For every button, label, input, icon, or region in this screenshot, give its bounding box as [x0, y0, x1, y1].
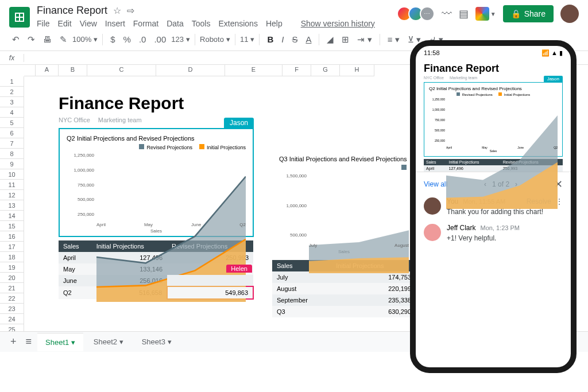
- paint-format-icon[interactable]: ✎: [57, 32, 70, 47]
- comment-author: Jeff Clark: [447, 224, 475, 232]
- doc-title[interactable]: Finance Report: [37, 5, 107, 17]
- currency-icon[interactable]: $: [107, 32, 118, 46]
- font-size-dropdown[interactable]: 11 ▾: [240, 35, 254, 44]
- number-format-dropdown[interactable]: 123 ▾: [171, 35, 190, 44]
- app-header: Finance Report ☆ ⇨ File Edit View Insert…: [0, 0, 588, 28]
- row-headers: 1234567891011121314151617181920212223242…: [0, 76, 24, 352]
- doc-info: Finance Report ☆ ⇨ File Edit View Insert…: [37, 5, 393, 28]
- share-label: Share: [524, 9, 546, 18]
- header-right: ⋯ 〰 ▤ ▼ 🔒 Share: [400, 5, 579, 23]
- undo-icon[interactable]: ↶: [9, 32, 22, 47]
- fill-color-icon[interactable]: ◢: [324, 32, 336, 47]
- comments-icon[interactable]: ▤: [459, 7, 469, 20]
- meet-icon[interactable]: [475, 7, 489, 21]
- q3-chart[interactable]: Q3 Initial Projections and Revised Proje…: [272, 150, 416, 257]
- comment-avatar: [424, 197, 441, 215]
- menu-bar: File Edit View Insert Format Data Tools …: [37, 19, 393, 28]
- q3-plot-icon: [309, 173, 409, 273]
- all-sheets-icon[interactable]: ≡: [22, 333, 36, 350]
- menu-insert[interactable]: Insert: [105, 19, 125, 28]
- share-button[interactable]: 🔒 Share: [503, 5, 554, 22]
- lock-icon: 🔒: [511, 9, 521, 18]
- fx-label: fx: [0, 54, 24, 62]
- meet-dropdown-icon[interactable]: ▼: [490, 11, 496, 17]
- increase-decimal-icon[interactable]: .00: [151, 32, 169, 46]
- profile-avatar[interactable]: [560, 5, 579, 23]
- zoom-dropdown[interactable]: 100% ▾: [72, 35, 98, 44]
- star-icon[interactable]: ☆: [113, 5, 121, 16]
- collaborator-avatars[interactable]: ⋯: [400, 6, 435, 21]
- phone-jason-tag: Jason: [544, 76, 563, 82]
- print-icon[interactable]: 🖶: [40, 32, 55, 46]
- phone-time: 11:58: [424, 49, 440, 57]
- italic-icon[interactable]: I: [278, 32, 287, 46]
- subtitle-office: NYC Office: [59, 117, 90, 123]
- comment-time: Mon, 1:23 PM: [480, 224, 519, 231]
- phone-status-bar: 11:58 📶 ▲ ▮: [416, 46, 571, 58]
- tab-sheet1[interactable]: Sheet1 ▾: [37, 333, 83, 351]
- move-icon[interactable]: ⇨: [127, 5, 134, 16]
- percent-icon[interactable]: %: [121, 32, 134, 46]
- view-all-link[interactable]: View all: [424, 180, 447, 188]
- strikethrough-icon[interactable]: S: [289, 32, 300, 46]
- q2-chart-title: Q2 Initial Projections and Revised Proje…: [67, 135, 246, 142]
- add-sheet-icon[interactable]: +: [7, 333, 20, 350]
- text-color-icon[interactable]: A: [303, 32, 314, 46]
- borders-icon[interactable]: ⊞: [339, 32, 352, 47]
- q3-chart-title: Q3 Initial Projections and Revised Proje…: [279, 156, 409, 162]
- menu-help[interactable]: Help: [266, 19, 283, 28]
- menu-file[interactable]: File: [37, 19, 50, 28]
- redo-icon[interactable]: ↷: [25, 32, 38, 47]
- report-title: Finance Report: [59, 94, 420, 113]
- menu-format[interactable]: Format: [133, 19, 158, 28]
- phone-mockup: 11:58 📶 ▲ ▮ Finance Report NYC OfficeMar…: [410, 40, 577, 373]
- menu-view[interactable]: View: [80, 19, 97, 28]
- avatar-3[interactable]: ⋯: [420, 6, 435, 21]
- comment-item[interactable]: Jeff Clark Mon, 1:23 PM +1! Very helpful…: [424, 224, 563, 242]
- font-dropdown[interactable]: Roboto ▾: [200, 35, 230, 44]
- align-icon[interactable]: ≡ ▾: [385, 32, 403, 47]
- phone-plot-icon: [446, 98, 558, 209]
- phone-document: Finance Report NYC OfficeMarketing team …: [416, 58, 571, 172]
- menu-extensions[interactable]: Extensions: [218, 19, 257, 28]
- merge-icon[interactable]: ⇥ ▾: [354, 32, 374, 47]
- comment-avatar: [424, 224, 441, 241]
- tab-sheet3[interactable]: Sheet3 ▾: [134, 333, 180, 351]
- phone-signal-icon: 📶 ▲ ▮: [541, 49, 563, 57]
- q3-section: Q3 Initial Projections and Revised Proje…: [272, 150, 416, 317]
- tab-sheet2[interactable]: Sheet2 ▾: [86, 333, 131, 351]
- version-history-link[interactable]: Show version history: [301, 19, 375, 28]
- q2-chart[interactable]: Q2 Initial Projections and Revised Proje…: [59, 128, 254, 237]
- q2-legend: Revised Projections Initial Projections: [67, 144, 246, 150]
- comment-text: Thank you for adding this chart!: [447, 208, 563, 216]
- comment-text: +1! Very helpful.: [447, 234, 563, 242]
- activity-icon[interactable]: 〰: [442, 8, 452, 20]
- sheets-logo-icon[interactable]: [9, 7, 30, 28]
- phone-doc-title: Finance Report: [424, 63, 563, 75]
- collaborator-tag-jason: Jason: [224, 118, 254, 128]
- menu-tools[interactable]: Tools: [192, 19, 211, 28]
- menu-data[interactable]: Data: [167, 19, 184, 28]
- phone-chart[interactable]: Jason Q2 Initial Projections and Revised…: [424, 82, 563, 157]
- decrease-decimal-icon[interactable]: .0: [136, 32, 149, 46]
- menu-edit[interactable]: Edit: [58, 19, 72, 28]
- bold-icon[interactable]: B: [264, 32, 276, 46]
- subtitle-team: Marketing team: [98, 117, 142, 123]
